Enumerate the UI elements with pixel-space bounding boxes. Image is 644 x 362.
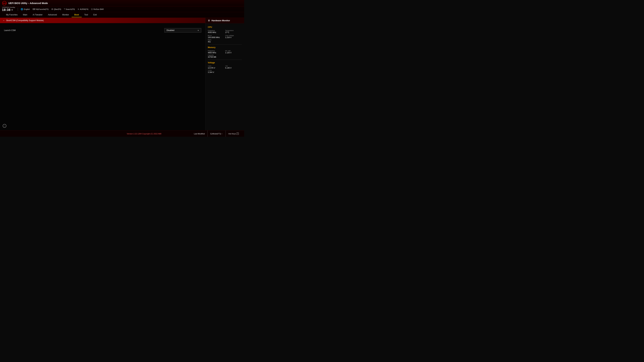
v5-item: +5V 5.140 V (225, 65, 242, 69)
globe-icon: 🌐 (21, 8, 23, 10)
cpu-bclk-value: 100.0000 MHz (208, 36, 224, 38)
footer-version: Version 2.22.1284 Copyright (C) 2022 AMI (97, 133, 191, 135)
content-panel: ← Boot\CSM (Compatibility Support Module… (0, 18, 205, 130)
hotkeys-label: Hot Keys (228, 133, 236, 135)
resize-label: ReSize BAR (94, 8, 104, 10)
time-display: 18:38 (2, 8, 10, 12)
header-bar: ROG UEFI BIOS Utility – Advanced Mode (0, 0, 244, 6)
launch-csm-row: Launch CSM Disabled ▼ (4, 26, 201, 34)
app-title: UEFI BIOS Utility – Advanced Mode (8, 2, 48, 4)
cpu-section-title: CPU (208, 26, 242, 28)
cpu-temperature-label: Temperature (225, 30, 242, 31)
resize-bar-button[interactable]: ⊡ ReSize BAR (91, 8, 104, 10)
footer-bar: Version 2.22.1284 Copyright (C) 2022 AMI… (0, 130, 244, 137)
cpu-frequency-item: Frequency 4500 MHz (208, 30, 224, 33)
tab-ai-tweaker[interactable]: Ai Tweaker (30, 12, 45, 17)
tab-advanced[interactable]: Advanced (45, 12, 60, 17)
cpu-core-voltage-item: Core Voltage 1.216 V (225, 35, 242, 38)
voltage-section-title: Voltage (208, 61, 242, 64)
ezmode-button[interactable]: EzMode(F7)|→ (208, 131, 226, 137)
breadcrumb-text: Boot\CSM (Compatibility Support Module) (6, 19, 44, 22)
search-icon: ? (64, 8, 65, 10)
memory-frequency-value: 4800 MHz (208, 52, 224, 54)
cpu-grid: Frequency 4500 MHz Temperature 17°C BCLK… (208, 30, 242, 38)
fan-icon: ♻ (51, 8, 53, 10)
memory-section-title: Memory (208, 46, 242, 49)
memory-frequency-label: Frequency (208, 50, 224, 52)
tab-exit[interactable]: Exit (91, 12, 100, 17)
aura-label: AURA(F4) (80, 8, 88, 10)
memory-capacity-value: 32768 MB (208, 56, 242, 58)
ezmode-label: EzMode(F7)|→ (210, 133, 223, 135)
datetime-block: 12/25/2022 Sunday 18:38 ⚙ (2, 7, 15, 12)
memory-mc-volt-value: 1.120 V (225, 52, 242, 54)
search-button[interactable]: ? Search(F9) (64, 8, 75, 10)
nav-bar: My Favorites Main Ai Tweaker Advanced Mo… (0, 12, 244, 18)
cpu-core-voltage-value: 1.216 V (225, 36, 242, 38)
monitor-icon: 🖥 (208, 19, 210, 22)
v12-label: +12V (208, 65, 224, 67)
launch-csm-label: Launch CSM (4, 29, 16, 31)
cpu-core-voltage-label: Core Voltage (225, 35, 242, 36)
hotkeys-icon: ? (236, 133, 239, 135)
breadcrumb-bar: ← Boot\CSM (Compatibility Support Module… (0, 18, 205, 23)
back-button[interactable]: ← (3, 19, 5, 22)
keyboard-icon: ⌨ (32, 8, 36, 10)
info-icon[interactable]: i (3, 124, 6, 128)
launch-csm-dropdown[interactable]: Disabled ▼ (164, 28, 201, 32)
cpu-frequency-label: Frequency (208, 30, 224, 31)
cpu-bclk-label: BCLK (208, 35, 224, 36)
tab-main[interactable]: Main (20, 12, 30, 17)
myfavorites-label: MyFavorite(F3) (36, 8, 49, 10)
rog-logo: ROG (2, 1, 7, 5)
language-button[interactable]: 🌐 English (21, 8, 30, 10)
hotkeys-button[interactable]: Hot Keys ? (226, 131, 242, 137)
footer-actions: Last Modified EzMode(F7)|→ Hot Keys ? (191, 131, 242, 137)
hw-monitor-panel: 🖥 Hardware Monitor CPU Frequency 4500 MH… (205, 18, 244, 130)
aura-icon: ✦ (78, 8, 79, 10)
memory-capacity-item: Capacity 32768 MB (208, 54, 242, 58)
cpu-ratio-label: Ratio (208, 39, 242, 41)
cpu-temperature-value: 17°C (225, 31, 242, 33)
cpu-temperature-item: Temperature 17°C (225, 30, 242, 33)
hw-monitor-title: Hardware Monitor (212, 19, 230, 22)
tab-tool[interactable]: Tool (82, 12, 91, 17)
v33-value: 3.344 V (208, 71, 242, 73)
v5-label: +5V (225, 65, 242, 67)
hw-monitor-header: 🖥 Hardware Monitor (206, 18, 244, 23)
cpu-bclk-item: BCLK 100.0000 MHz (208, 35, 224, 38)
tab-monitor[interactable]: Monitor (60, 12, 72, 17)
memory-mc-volt-item: MC Volt 1.120 V (225, 50, 242, 54)
language-label: English (24, 8, 30, 10)
tab-my-favorites[interactable]: My Favorites (3, 12, 20, 17)
aura-button[interactable]: ✦ AURA(F4) (78, 8, 88, 10)
v33-label: +3.3V (208, 69, 242, 71)
svg-text:ROG: ROG (3, 2, 7, 4)
main-layout: ← Boot\CSM (Compatibility Support Module… (0, 18, 244, 130)
cpu-ratio-value: 45x (208, 41, 242, 43)
memory-capacity-label: Capacity (208, 54, 242, 56)
hw-monitor-body: CPU Frequency 4500 MHz Temperature 17°C … (206, 23, 244, 130)
memory-frequency-item: Frequency 4800 MHz (208, 50, 224, 54)
toolbar-row: 12/25/2022 Sunday 18:38 ⚙ 🌐 English ⌨ My… (0, 6, 244, 12)
resize-icon: ⊡ (91, 8, 93, 10)
tab-boot[interactable]: Boot (72, 12, 82, 17)
search-label: Search(F9) (66, 8, 75, 10)
toolbar-divider-1 (18, 7, 18, 11)
cpu-frequency-value: 4500 MHz (208, 31, 224, 33)
v33-item: +3.3V 3.344 V (208, 69, 242, 73)
qfan-label: Qfan(F6) (54, 8, 61, 10)
launch-csm-value: Disabled (166, 29, 174, 31)
info-area: i (0, 121, 205, 130)
v5-value: 5.140 V (225, 67, 242, 69)
voltage-grid: +12V 12.076 V +5V 5.140 V (208, 65, 242, 69)
last-modified-button[interactable]: Last Modified (191, 131, 208, 137)
qfan-button[interactable]: ♻ Qfan(F6) (51, 8, 61, 10)
myfavorites-button[interactable]: ⌨ MyFavorite(F3) (32, 8, 49, 10)
memory-grid: Frequency 4800 MHz MC Volt 1.120 V (208, 50, 242, 54)
settings-icon[interactable]: ⚙ (11, 9, 13, 11)
settings-area: Launch CSM Disabled ▼ (0, 23, 205, 121)
memory-mc-volt-label: MC Volt (225, 50, 242, 52)
cpu-ratio-item: Ratio 45x (208, 39, 242, 43)
v12-item: +12V 12.076 V (208, 65, 224, 69)
